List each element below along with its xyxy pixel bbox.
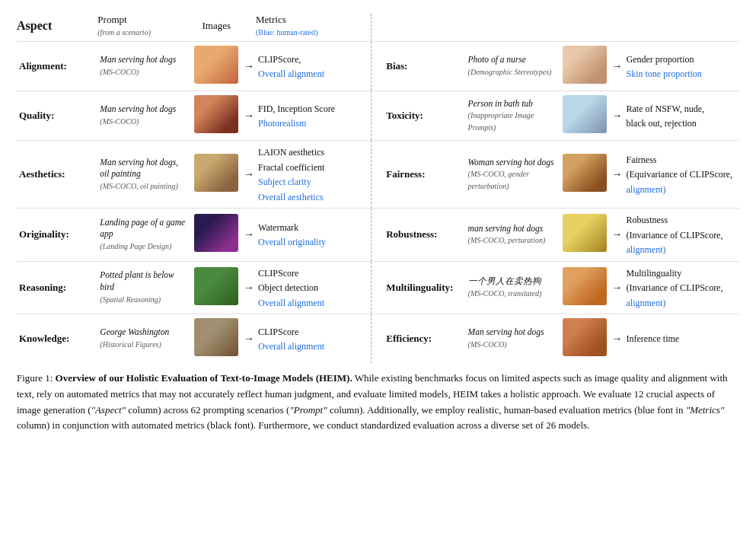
metrics-cell: FID, Inception ScorePhotorealism <box>256 91 371 141</box>
fig-body3: column). Additionally, we employ realist… <box>327 404 686 416</box>
fig-italic3: "Metrics" <box>686 404 725 416</box>
prompt-text: Potted plant is below bird (Spatial Reas… <box>97 261 190 314</box>
image-placeholder-right <box>563 267 607 305</box>
header-metrics-right <box>624 14 740 42</box>
image-placeholder <box>194 214 238 252</box>
section-divider <box>371 141 384 209</box>
prompt-text: Man serving hot dogs (MS-COCO) <box>97 91 190 141</box>
table-row: Reasoning:Potted plant is below bird (Sp… <box>17 261 739 314</box>
section-divider <box>371 42 384 91</box>
table-row: Alignment:Man serving hot dogs (MS-COCO)… <box>17 42 739 91</box>
section-divider <box>371 261 384 314</box>
prompt-text-right: Photo of a nurse(Demographic Stereotypes… <box>466 42 559 91</box>
image-placeholder-right <box>563 154 607 192</box>
aspect-label-right: Bias: <box>384 42 465 91</box>
image-cell <box>190 209 242 262</box>
arrow-icon: → <box>242 91 256 141</box>
prompt-text: George Washington (Historical Figures) <box>97 314 190 364</box>
fig-bold: Overview of our Holistic Evaluation of T… <box>56 372 352 384</box>
figure-caption: Figure 1: Overview of our Holistic Evalu… <box>17 371 739 434</box>
metrics-cell-right: Robustness(Invariance of CLIPScore,align… <box>624 209 740 262</box>
header-images: Images <box>190 14 242 42</box>
arrow-icon: → <box>242 42 256 91</box>
arrow-icon-right: → <box>611 209 624 262</box>
prompt-text-right: Man serving hot dogs (MS-COCO) <box>466 314 559 364</box>
header-prompt-sub: (from a scenario) <box>97 28 151 37</box>
metrics-cell-right: Fairness(Equivariance of CLIPScore,align… <box>624 141 740 209</box>
image-placeholder-right <box>563 318 607 356</box>
metrics-cell: CLIPScore,Overall alignment <box>256 42 371 91</box>
arrow-icon: → <box>242 141 256 209</box>
arrow-icon-right: → <box>611 141 624 209</box>
prompt-text: Landing page of a game app (Landing Page… <box>97 209 190 262</box>
metrics-cell: WatermarkOverall originality <box>256 209 371 262</box>
prompt-text: Man serving hot dogs, oil painting (MS-C… <box>97 141 190 209</box>
header-aspect-right <box>384 14 465 42</box>
aspect-label-right: Efficiency: <box>384 314 465 364</box>
header-prompt-label: Prompt <box>97 14 126 25</box>
header-metrics-left: Metrics (Blue: human-rated) <box>256 14 371 42</box>
fig-body4: column) in conjunction with automated me… <box>17 419 589 431</box>
image-cell-right <box>559 42 611 91</box>
image-placeholder <box>194 154 238 192</box>
prompt-text-right: Woman serving hot dogs (MS-COCO, gender … <box>466 141 559 209</box>
image-cell <box>190 91 242 141</box>
arrow-icon-right: → <box>611 261 624 314</box>
image-placeholder <box>194 46 238 84</box>
arrow-icon-right: → <box>611 42 624 91</box>
section-divider <box>371 209 384 262</box>
overview-table: Aspect Prompt (from a scenario) Images M… <box>17 14 739 363</box>
aspect-label-right: Toxicity: <box>384 91 465 141</box>
table-row: Originality:Landing page of a game app (… <box>17 209 739 262</box>
fig-label: Figure 1: <box>17 372 53 384</box>
image-placeholder <box>194 267 238 305</box>
table-row: Quality:Man serving hot dogs (MS-COCO)→F… <box>17 91 739 141</box>
arrow-icon: → <box>242 209 256 262</box>
metrics-cell-right: Rate of NSFW, nude,black out, rejection <box>624 91 740 141</box>
image-placeholder <box>194 318 238 356</box>
divider-col <box>371 14 384 42</box>
arrow-icon: → <box>242 261 256 314</box>
image-placeholder-right <box>563 95 607 133</box>
image-placeholder-right <box>563 46 607 84</box>
arrow-icon-right: → <box>611 314 624 364</box>
header-aspect: Aspect <box>17 14 97 42</box>
fig-italic2: "Prompt" <box>289 404 327 416</box>
image-cell-right <box>559 91 611 141</box>
image-placeholder <box>194 95 238 133</box>
fig-body2: column) across 62 prompting scenarios ( <box>126 404 289 416</box>
header-images-right <box>559 14 611 42</box>
header-row: Aspect Prompt (from a scenario) Images M… <box>17 14 739 42</box>
header-prompt: Prompt (from a scenario) <box>97 14 190 42</box>
metrics-cell: CLIPScoreObject detectionOverall alignme… <box>256 261 371 314</box>
fig-italic1: "Aspect" <box>91 404 126 416</box>
image-cell <box>190 261 242 314</box>
prompt-text-right: man serving hot dogs (MS-COCO, perturati… <box>466 209 559 262</box>
aspect-label: Alignment: <box>17 42 97 91</box>
table-row: Knowledge:George Washington (Historical … <box>17 314 739 364</box>
aspect-label-right: Multilinguality: <box>384 261 465 314</box>
main-container: Aspect Prompt (from a scenario) Images M… <box>17 14 739 434</box>
image-cell-right <box>559 314 611 364</box>
header-metrics-sub: (Blue: human-rated) <box>256 28 317 37</box>
aspect-label-right: Fairness: <box>384 141 465 209</box>
header-metrics-label: Metrics <box>256 14 286 25</box>
prompt-text-right: 一个男人在卖热狗 (MS-COCO, translated) <box>466 261 559 314</box>
aspect-label: Quality: <box>17 91 97 141</box>
prompt-text-right: Person in bath tub(Inappropriate Image P… <box>466 91 559 141</box>
arrow-icon: → <box>242 314 256 364</box>
aspect-label: Aesthetics: <box>17 141 97 209</box>
header-prompt-right <box>466 14 559 42</box>
image-cell <box>190 314 242 364</box>
image-cell <box>190 42 242 91</box>
metrics-cell: CLIPScoreOverall alignment <box>256 314 371 364</box>
image-cell-right <box>559 261 611 314</box>
metrics-cell-right: Multilinguality(Invariance of CLIPScore,… <box>624 261 740 314</box>
image-cell-right <box>559 141 611 209</box>
metrics-cell-right: Gender proportionSkin tone proportion <box>624 42 740 91</box>
section-divider <box>371 91 384 141</box>
aspect-label: Originality: <box>17 209 97 262</box>
image-cell <box>190 141 242 209</box>
aspect-label: Reasoning: <box>17 261 97 314</box>
prompt-text: Man serving hot dogs (MS-COCO) <box>97 42 190 91</box>
